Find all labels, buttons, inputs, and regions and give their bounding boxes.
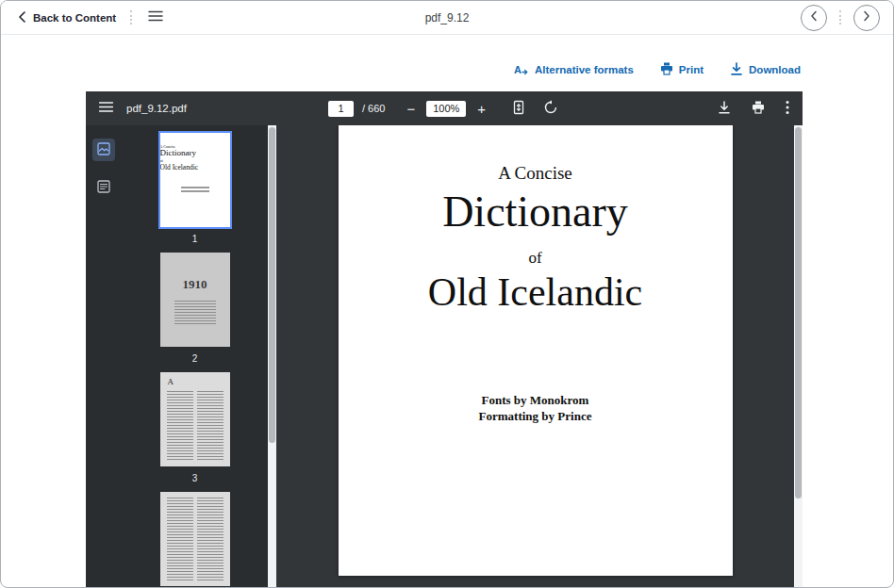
- thumbnail-page-3: A: [160, 372, 230, 466]
- download-icon: [730, 62, 743, 77]
- pdf-toolbar: pdf_9.12.pdf / 660 − +: [86, 91, 803, 125]
- hamburger-icon: [99, 101, 113, 116]
- credit-line-2: Formatting by Prince: [339, 408, 733, 424]
- back-to-content-button[interactable]: Back to Content: [18, 11, 116, 24]
- pdf-more-options-button[interactable]: [784, 98, 791, 120]
- previous-button[interactable]: [801, 5, 827, 31]
- page-title-big: Dictionary: [339, 189, 733, 235]
- thumbnails-view-icon: [97, 142, 110, 158]
- hamburger-icon: [148, 9, 163, 25]
- app-window: Back to Content pdf_9.12: [0, 0, 894, 588]
- pdf-sidebar-toggle-button[interactable]: [97, 99, 115, 118]
- pdf-body: A Concise Dictionary of Old Icelandic 1 …: [86, 125, 803, 588]
- thumbnail-panel: A Concise Dictionary of Old Icelandic 1 …: [122, 125, 268, 588]
- page-title-small: A Concise: [339, 125, 733, 184]
- fit-to-page-icon: [511, 100, 526, 118]
- chevron-left-icon: [18, 11, 26, 24]
- page-credits: Fonts by Monokrom Formatting by Prince: [339, 392, 733, 424]
- sidebar-view-switcher: [86, 125, 122, 588]
- rotate-button[interactable]: [541, 98, 560, 120]
- text-column: [197, 498, 224, 580]
- thumb3-columns: [167, 391, 224, 461]
- thumbnail-item-3[interactable]: A 3: [160, 372, 230, 492]
- page-title: pdf_9.12: [425, 11, 470, 24]
- thumbnails-view-button[interactable]: [92, 139, 115, 161]
- thumb2-year: 1910: [160, 253, 230, 292]
- thumbnail-item-4[interactable]: 4: [160, 492, 230, 588]
- view-tools: [509, 98, 560, 120]
- document-actions-row: A Alternative formats Print: [86, 61, 801, 78]
- pdf-print-button[interactable]: [750, 99, 767, 119]
- printer-icon: [752, 101, 765, 117]
- rotate-counterclockwise-icon: [543, 100, 558, 118]
- page-of: of: [339, 249, 733, 268]
- next-button[interactable]: [853, 5, 880, 31]
- thumb2-text-lines: [174, 301, 216, 325]
- pdf-toolbar-center: / 660 − +: [328, 98, 560, 120]
- dotted-divider: [130, 10, 132, 24]
- thumb1-title-big: Dictionary: [160, 149, 230, 158]
- pdf-toolbar-right: [716, 98, 791, 120]
- alternative-formats-icon: A: [514, 63, 529, 77]
- thumb3-letter: A: [168, 377, 174, 386]
- alternative-formats-label: Alternative formats: [535, 64, 634, 75]
- fit-to-page-button[interactable]: [509, 98, 528, 120]
- thumbnail-1-content: A Concise Dictionary of Old Icelandic: [160, 133, 230, 192]
- thumb1-credit-bar: [181, 190, 209, 192]
- text-column: [167, 391, 193, 461]
- zoom-in-button[interactable]: +: [475, 102, 488, 116]
- print-link[interactable]: Print: [660, 62, 704, 77]
- thumbnail-item-1[interactable]: A Concise Dictionary of Old Icelandic 1: [160, 133, 230, 253]
- download-label: Download: [749, 64, 801, 75]
- text-column: [167, 498, 193, 580]
- topbar-right-group: [801, 5, 880, 31]
- svg-text:A: A: [514, 64, 522, 75]
- download-link[interactable]: Download: [730, 62, 801, 77]
- thumbnail-number: 1: [192, 234, 198, 244]
- kebab-menu-icon: [786, 100, 789, 118]
- page-number-input[interactable]: [328, 101, 354, 117]
- download-icon: [718, 101, 731, 117]
- chevron-left-icon: [809, 10, 819, 24]
- print-label: Print: [679, 64, 704, 75]
- hamburger-menu-button[interactable]: [146, 8, 165, 27]
- thumb1-subtitle: Old Icelandic: [160, 163, 230, 172]
- outline-view-button[interactable]: [92, 176, 115, 199]
- scrollbar-thumb[interactable]: [269, 127, 275, 443]
- top-bar: Back to Content pdf_9.12: [1, 1, 893, 35]
- pdf-filename: pdf_9.12.pdf: [126, 103, 187, 114]
- thumb4-columns: [167, 498, 224, 580]
- page-subtitle-big: Old Icelandic: [339, 271, 733, 313]
- thumbnail-number: 3: [192, 473, 198, 483]
- page-count-label: / 660: [362, 103, 385, 114]
- pdf-page-area: A Concise Dictionary of Old Icelandic Fo…: [276, 125, 794, 588]
- pdf-download-button[interactable]: [716, 99, 733, 119]
- dotted-divider: [839, 10, 841, 24]
- topbar-left-group: Back to Content: [18, 8, 165, 27]
- thumbnail-number: 2: [192, 353, 198, 364]
- thumbnail-page-1: A Concise Dictionary of Old Icelandic: [160, 133, 230, 227]
- zoom-level-input[interactable]: [426, 101, 466, 117]
- pdf-page-1: A Concise Dictionary of Old Icelandic Fo…: [339, 125, 733, 576]
- thumb1-credit-bar: [181, 187, 209, 188]
- back-label: Back to Content: [33, 12, 116, 24]
- thumbnail-scrollbar[interactable]: [268, 125, 276, 588]
- pdf-viewer: pdf_9.12.pdf / 660 − +: [86, 91, 803, 588]
- main-scrollbar[interactable]: [794, 125, 803, 588]
- thumbnail-page-2: 1910: [160, 253, 230, 347]
- zoom-controls: − +: [405, 101, 488, 117]
- document-outline-icon: [97, 180, 110, 196]
- scrollbar-thumb[interactable]: [795, 127, 802, 498]
- printer-icon: [660, 62, 673, 77]
- thumbnail-page-4: [160, 492, 230, 586]
- thumbnail-item-2[interactable]: 1910 2: [160, 253, 230, 372]
- credit-line-1: Fonts by Monokrom: [339, 392, 733, 408]
- chevron-right-icon: [862, 10, 871, 24]
- zoom-out-button[interactable]: −: [405, 102, 417, 116]
- text-column: [197, 391, 224, 461]
- alternative-formats-link[interactable]: A Alternative formats: [514, 63, 634, 77]
